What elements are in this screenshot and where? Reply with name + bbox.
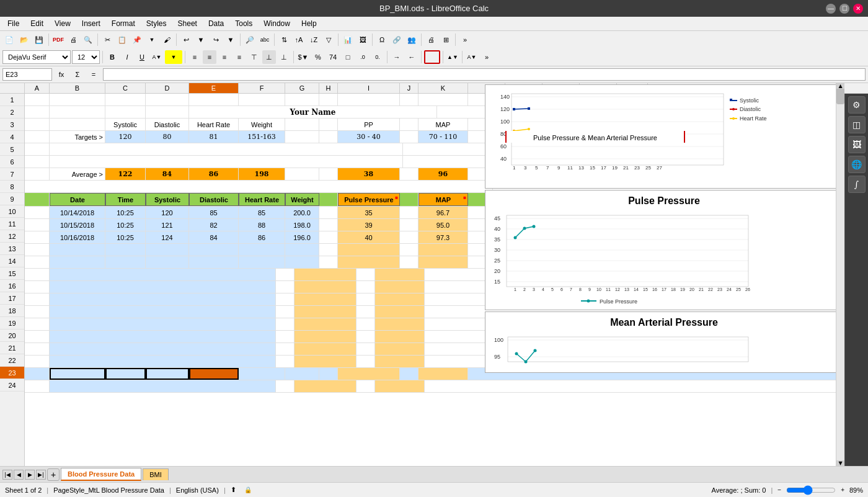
cell-j21[interactable] (356, 343, 375, 355)
cell-i16[interactable] (294, 281, 356, 293)
cell-c3-systolic-label[interactable]: Systolic (105, 119, 146, 130)
tab-next-button[interactable]: ▶ (25, 470, 35, 480)
row-num-4[interactable]: 4 (0, 131, 24, 143)
cell-a6[interactable] (25, 156, 50, 168)
row-num-15[interactable]: 15 (0, 267, 24, 280)
cell-e4-81[interactable]: 81 (189, 131, 239, 143)
cell-c14[interactable] (105, 256, 146, 268)
menu-sheet[interactable]: Sheet (173, 18, 202, 29)
cell-j17[interactable] (356, 293, 375, 305)
row-num-12[interactable]: 12 (0, 230, 24, 243)
row-num-14[interactable]: 14 (0, 255, 24, 267)
menu-data[interactable]: Data (203, 18, 229, 29)
percent-button[interactable]: % (311, 50, 325, 64)
close-button[interactable]: ✕ (853, 4, 863, 14)
thousands-button[interactable]: 74 (326, 50, 340, 64)
cell-a18[interactable] (25, 306, 50, 318)
cell-h7[interactable] (319, 168, 338, 180)
sort-asc-button[interactable]: ↑A (292, 33, 306, 47)
cell-f23[interactable] (239, 368, 285, 380)
cell-a16[interactable] (25, 281, 50, 293)
cell-h22[interactable] (276, 356, 294, 367)
cell-a2[interactable] (25, 106, 50, 118)
cell-k18[interactable] (375, 306, 425, 318)
row-num-13[interactable]: 13 (0, 243, 24, 255)
cell-d12-sys[interactable]: 124 (146, 231, 189, 243)
cell-a11[interactable] (25, 219, 50, 231)
bold-button[interactable]: B (105, 50, 119, 64)
redo-button[interactable]: ↪ (209, 33, 223, 47)
font-name-select[interactable]: DejaVu Serif (2, 50, 71, 64)
cell-b18-wide[interactable] (50, 306, 276, 318)
cell-b23[interactable] (50, 368, 105, 380)
cell-h1[interactable] (319, 94, 338, 105)
col-header-f[interactable]: F (239, 83, 285, 93)
row-num-21[interactable]: 21 (0, 342, 24, 354)
col-header-h[interactable]: H (319, 83, 338, 93)
row-num-7[interactable]: 7 (0, 168, 24, 181)
cell-j23[interactable] (400, 368, 418, 380)
right-panel-btn-4[interactable]: 🌐 (848, 156, 866, 173)
cell-g12-wt[interactable]: 196.0 (285, 231, 319, 243)
redo-dropdown[interactable]: ▼ (224, 33, 237, 47)
styles-button[interactable]: A▼ (465, 50, 479, 64)
cell-e10-dia[interactable]: 85 (189, 207, 239, 218)
zoom-slider[interactable] (786, 485, 836, 495)
cell-e12-dia[interactable]: 84 (189, 231, 239, 243)
right-panel-btn-1[interactable]: ⚙ (848, 96, 866, 114)
cell-j13[interactable] (400, 244, 418, 256)
cell-i10-pp[interactable]: 35 (338, 207, 400, 218)
cell-h20[interactable] (276, 331, 294, 343)
special-chars-button[interactable]: Ω (375, 33, 389, 47)
cell-d1[interactable] (146, 94, 189, 105)
cell-c4-120[interactable]: 120 (105, 131, 146, 143)
cell-i24[interactable] (294, 380, 356, 392)
function-wizard-button[interactable]: fx (55, 68, 68, 81)
tab-last-button[interactable]: ▶| (36, 470, 46, 480)
sort-desc-button[interactable]: ↓Z (307, 33, 321, 47)
cell-b5-wide[interactable] (50, 143, 403, 155)
paste-special-button[interactable]: ▼ (145, 33, 159, 47)
row-num-11[interactable]: 11 (0, 218, 24, 230)
row-num-8[interactable]: 8 (0, 181, 24, 193)
cell-c12-time[interactable]: 10:25 (105, 231, 146, 243)
cell-i19[interactable] (294, 318, 356, 330)
cell-f9-hr-header[interactable]: Heart Rate (239, 193, 285, 206)
row-num-18[interactable]: 18 (0, 305, 24, 317)
menu-file[interactable]: File (2, 18, 24, 29)
cell-h9[interactable] (319, 193, 338, 206)
cell-c1[interactable] (105, 94, 146, 105)
row-num-1[interactable]: 1 (0, 94, 24, 106)
more2-button[interactable]: » (480, 50, 494, 64)
formula-input[interactable] (103, 68, 866, 81)
cell-b21-wide[interactable] (50, 343, 276, 355)
cell-k21[interactable] (375, 343, 425, 355)
cell-d23[interactable] (146, 368, 189, 380)
cell-b22-wide[interactable] (50, 356, 276, 367)
cell-c23[interactable] (105, 368, 146, 380)
cell-h11[interactable] (319, 219, 338, 231)
cell-a7[interactable] (25, 168, 50, 180)
cell-d3-diastolic-label[interactable]: Diastolic (146, 119, 189, 130)
print-button[interactable]: 🖨 (66, 33, 80, 47)
cell-c9-time-header[interactable]: Time (105, 193, 146, 206)
menu-view[interactable]: View (50, 18, 76, 29)
cell-i7-avg-pp[interactable]: 38 (338, 168, 400, 180)
cell-a15[interactable] (25, 269, 50, 280)
cell-g14[interactable] (285, 256, 319, 268)
more-button[interactable]: » (458, 33, 472, 47)
cell-g4[interactable] (285, 131, 319, 143)
cell-i23[interactable] (338, 368, 400, 380)
cell-i11-pp[interactable]: 39 (338, 219, 400, 231)
cell-j12[interactable] (400, 231, 418, 243)
align-center-button[interactable]: ≡ (203, 50, 216, 64)
row-num-6[interactable]: 6 (0, 156, 24, 168)
cell-h13[interactable] (319, 244, 338, 256)
cell-k14[interactable] (418, 256, 468, 268)
align-middle-button[interactable]: ⊥ (262, 50, 276, 64)
cell-j20[interactable] (356, 331, 375, 343)
align-right-button[interactable]: ≡ (218, 50, 231, 64)
menu-help[interactable]: Help (296, 18, 322, 29)
cell-e9-dia-header[interactable]: Diastolic (189, 193, 239, 206)
cell-i1[interactable] (338, 94, 400, 105)
